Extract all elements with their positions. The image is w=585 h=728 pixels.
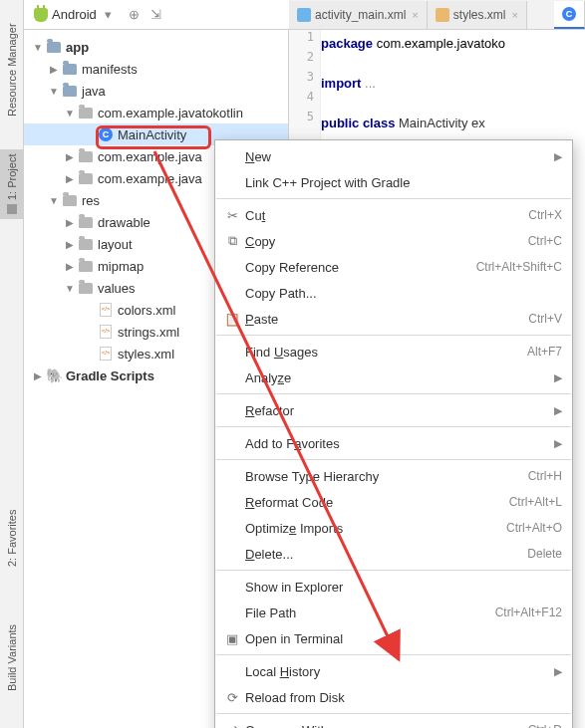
menu-new[interactable]: NNewew▶ — [215, 143, 572, 169]
menu-compare-with[interactable]: ⇄Compare With...Ctrl+D — [215, 717, 572, 728]
chevron-right-icon: ▶ — [48, 64, 60, 75]
menu-find-usages[interactable]: Find UsagesAlt+F7 — [215, 339, 572, 364]
node-label: values — [98, 281, 136, 296]
tab-activity-main[interactable]: activity_main.xml × — [289, 1, 428, 29]
menu-browse-type-hierarchy[interactable]: Browse Type HierarchyCtrl+H — [215, 463, 572, 489]
tree-node-java[interactable]: ▼java — [24, 80, 288, 102]
menu-add-favorites[interactable]: Add to Favorites▶ — [215, 430, 572, 456]
menu-reformat-code[interactable]: Reformat CodeCtrl+Alt+L — [215, 489, 572, 515]
folder-icon — [63, 86, 77, 97]
node-label: app — [66, 40, 89, 55]
keyword: import — [321, 76, 361, 91]
menu-separator — [216, 198, 571, 199]
menu-separator — [216, 654, 571, 655]
class-file-icon: C — [562, 7, 576, 21]
folder-icon — [79, 261, 93, 272]
folder-icon — [79, 239, 93, 250]
compare-icon: ⇄ — [223, 723, 241, 729]
menu-open-in-terminal[interactable]: ▣Open in Terminal — [215, 625, 572, 651]
menu-separator — [216, 713, 571, 714]
folder-icon — [63, 195, 77, 206]
menu-link-cpp[interactable]: Link C++ Project with Gradle — [215, 169, 572, 195]
node-label: drawable — [98, 215, 150, 230]
submenu-arrow-icon: ▶ — [554, 437, 562, 450]
tab-current-file[interactable]: C — [554, 1, 585, 29]
menu-analyze[interactable]: Analyze▶ — [215, 364, 572, 390]
chevron-right-icon: ▶ — [64, 173, 76, 184]
menu-optimize-imports[interactable]: Optimize ImportsCtrl+Alt+O — [215, 515, 572, 541]
chevron-right-icon: ▶ — [32, 370, 44, 381]
menu-separator — [216, 335, 571, 336]
chevron-down-icon: ▾ — [101, 7, 117, 23]
node-label: strings.xml — [118, 325, 179, 340]
xml-file-icon — [436, 8, 449, 22]
xml-file-icon — [100, 303, 112, 317]
folder-icon — [79, 217, 93, 228]
submenu-arrow-icon: ▶ — [554, 404, 562, 417]
menu-delete[interactable]: Delete...Delete — [215, 541, 572, 567]
chevron-right-icon: ▶ — [64, 151, 76, 162]
node-label: layout — [98, 237, 133, 252]
tree-node-app[interactable]: ▼app — [24, 36, 288, 58]
node-label: res — [82, 193, 100, 208]
menu-show-in-explorer[interactable]: Show in Explorer — [215, 574, 572, 600]
menu-separator — [216, 459, 571, 460]
node-label: colors.xml — [118, 303, 176, 318]
tab-label: activity_main.xml — [315, 8, 406, 22]
keyword: package — [321, 36, 373, 51]
menu-copy[interactable]: ⧉CopyCtrl+C — [215, 228, 572, 254]
menu-copy-path[interactable]: Copy Path... — [215, 280, 572, 306]
android-icon — [34, 8, 48, 22]
chevron-down-icon: ▼ — [48, 195, 60, 206]
menu-refactor[interactable]: Refactor▶ — [215, 397, 572, 423]
menu-cut[interactable]: ✂CutCtrl+X — [215, 202, 572, 228]
expand-icon[interactable]: ⇲ — [148, 7, 164, 23]
combo-label: Android — [52, 7, 97, 22]
tree-node-package[interactable]: ▼com.example.javatokotlin — [24, 102, 288, 123]
code-text: MainActivity ex — [395, 116, 484, 130]
menu-separator — [216, 570, 571, 571]
close-tab-icon[interactable]: × — [412, 9, 418, 21]
line-number: 5 — [289, 110, 320, 129]
folder-icon — [79, 283, 93, 294]
code-editor[interactable]: package com.example.javatoko import ... … — [321, 30, 585, 133]
menu-file-path[interactable]: File PathCtrl+Alt+F12 — [215, 600, 572, 625]
project-view-combo[interactable]: Android ▾ — [30, 5, 121, 25]
editor-gutter: 1 2 3 4 5 — [289, 30, 321, 149]
context-menu: NNewew▶ Link C++ Project with Gradle ✂Cu… — [214, 139, 573, 728]
tab-label: styles.xml — [453, 8, 506, 22]
xml-file-icon — [100, 325, 112, 339]
menu-separator — [216, 393, 571, 394]
chevron-right-icon: ▶ — [64, 261, 76, 272]
submenu-arrow-icon: ▶ — [554, 150, 562, 163]
chevron-right-icon: ▶ — [64, 217, 76, 228]
rail-build-variants[interactable]: Build Variants — [0, 607, 24, 707]
module-icon — [47, 42, 61, 53]
chevron-down-icon: ▼ — [64, 108, 76, 119]
copy-icon: ⧉ — [223, 233, 241, 249]
target-icon[interactable]: ⊕ — [127, 7, 143, 23]
cut-icon: ✂ — [223, 208, 241, 223]
terminal-icon: ▣ — [223, 631, 241, 646]
rail-favorites[interactable]: 2: Favorites — [0, 498, 24, 578]
code-text: com.example.javatoko — [373, 36, 505, 51]
tree-node-manifests[interactable]: ▶manifests — [24, 58, 288, 80]
line-number: 4 — [289, 90, 320, 110]
tab-styles-xml[interactable]: styles.xml × — [428, 1, 527, 29]
chevron-down-icon: ▼ — [48, 86, 60, 97]
menu-reload-from-disk[interactable]: ⟳Reload from Disk — [215, 684, 572, 710]
rail-resource-manager[interactable]: Resource Manager — [0, 10, 24, 129]
left-tool-rail: Resource Manager 1: Project 2: Favorites… — [0, 0, 24, 728]
menu-copy-reference[interactable]: Copy ReferenceCtrl+Alt+Shift+C — [215, 254, 572, 280]
menu-local-history[interactable]: Local History▶ — [215, 658, 572, 684]
line-number: 2 — [289, 50, 320, 70]
line-number: 3 — [289, 70, 320, 90]
rail-project[interactable]: 1: Project — [0, 149, 24, 219]
chevron-right-icon: ▶ — [64, 239, 76, 250]
menu-paste[interactable]: 📋PasteCtrl+V — [215, 306, 572, 332]
close-tab-icon[interactable]: × — [511, 9, 517, 21]
xml-file-icon — [297, 8, 311, 22]
package-icon — [79, 108, 93, 119]
chevron-down-icon: ▼ — [32, 42, 44, 53]
package-icon — [79, 151, 93, 162]
